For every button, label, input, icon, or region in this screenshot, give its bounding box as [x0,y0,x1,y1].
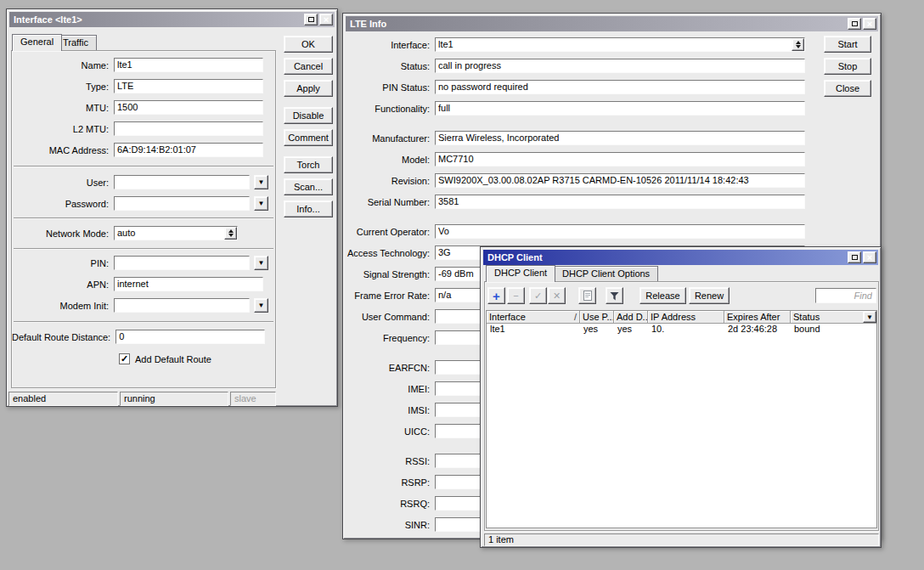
network-mode-row: Network Mode: auto [12,226,238,240]
down-arrow-icon: ▼ [866,313,873,321]
mtu-input[interactable]: 1500 [114,100,263,115]
maximize-button[interactable] [848,18,861,30]
modem-init-dropdown-button[interactable]: ▼ [254,298,268,313]
name-value: lte1 [117,59,132,70]
interface-combo[interactable]: lte1 [435,37,805,52]
mtu-label: MTU: [12,103,114,113]
pin-input[interactable] [114,256,250,270]
dhcp-client-titlebar[interactable]: DHCP Client × [483,250,878,265]
functionality-field[interactable]: full [435,101,805,116]
imei-label: IMEI: [346,384,435,394]
close-button[interactable]: × [863,18,876,30]
renew-button[interactable]: Renew [689,287,730,304]
status-field[interactable]: call in progress [435,59,805,73]
filter-icon [610,291,619,301]
close-icon: × [324,15,329,25]
password-dropdown-button[interactable]: ▼ [254,196,268,211]
maximize-button[interactable] [304,14,318,25]
l2mtu-input[interactable] [114,121,263,136]
table-row[interactable]: lte1 yes yes 10. 2d 23:46:28 bound [487,324,876,335]
separator [14,217,273,219]
disable-button[interactable]: ✕ [548,287,566,304]
model-field[interactable]: MC7710 [435,152,805,166]
default-route-distance-input[interactable]: 0 [116,330,265,344]
scan-button[interactable]: Scan... [284,178,333,195]
torch-button[interactable]: Torch [284,156,333,173]
remove-button[interactable]: − [507,287,525,304]
status-label: Status: [346,61,435,71]
functionality-label: Functionality: [346,104,435,114]
lte-info-titlebar[interactable]: LTE Info × [346,16,878,31]
interface-row: Interface: lte1 [346,37,805,52]
cross-icon: ✕ [553,291,561,302]
info-button[interactable]: Info... [284,200,333,217]
tab-general[interactable]: General [12,34,62,51]
down-arrow-icon: ▼ [258,260,265,267]
close-button[interactable]: × [319,14,333,25]
password-input[interactable] [114,196,250,211]
revision-field[interactable]: SWI9200X_03.00.08.02AP R3715 CARMD-EN-10… [435,173,805,188]
stop-button[interactable]: Stop [824,58,871,75]
current-operator-label: Current Operator: [346,227,435,237]
find-input[interactable] [815,288,876,303]
interface-window-titlebar[interactable]: Interface <lte1> × [9,12,335,27]
user-input[interactable] [114,175,250,189]
network-mode-value: auto [117,228,135,238]
check-icon: ✓ [534,291,542,302]
column-header-use-peer[interactable]: Use P... [580,311,614,323]
rsrp-label: RSRP: [346,477,435,488]
cell-use-peer: yes [580,324,614,335]
combo-updown-button[interactable] [224,227,237,240]
maximize-button[interactable] [848,251,861,263]
type-input[interactable]: LTE [114,79,263,93]
signal-strength-label: Signal Strength: [346,269,435,279]
dhcp-table: Interface/ Use P... Add D... IP Address … [486,310,877,528]
user-dropdown-button[interactable]: ▼ [254,175,268,189]
cell-ip-address: 10. [648,324,724,335]
modem-init-input[interactable] [114,298,250,313]
pin-status-field[interactable]: no password required [435,80,805,94]
network-mode-combo[interactable]: auto [114,226,238,240]
column-select-button[interactable]: ▼ [863,311,876,323]
close-button[interactable]: × [863,251,876,263]
revision-label: Revision: [346,176,435,186]
apn-input[interactable]: internet [114,277,263,291]
tab-dhcp-client[interactable]: DHCP Client [486,265,555,282]
column-header-expires-after[interactable]: Expires After [724,311,791,323]
cell-interface: lte1 [487,324,580,335]
start-button[interactable]: Start [824,36,871,53]
comment-button[interactable]: Comment [284,129,333,146]
column-header-status[interactable]: Status [791,311,863,323]
mac-address-input[interactable]: 6A:D9:14:B2:01:07 [114,143,263,157]
down-arrow-icon: ▼ [258,200,265,207]
filter-button[interactable] [606,287,623,304]
column-header-interface[interactable]: Interface/ [487,311,580,323]
column-header-ip-address[interactable]: IP Address [648,311,724,323]
mtu-row: MTU: 1500 [12,100,263,115]
ok-button[interactable]: OK [284,36,333,53]
cancel-button[interactable]: Cancel [284,58,333,75]
restore-icon [852,21,858,26]
pin-dropdown-button[interactable]: ▼ [254,256,268,270]
cell-expires-after: 2d 23:46:28 [724,324,791,335]
release-button[interactable]: Release [639,287,686,304]
column-header-add-default[interactable]: Add D... [614,311,648,323]
combo-updown-button[interactable] [792,38,804,51]
enable-button[interactable]: ✓ [529,287,547,304]
current-operator-field[interactable]: Vo [435,224,805,239]
tab-dhcp-client-options[interactable]: DHCP Client Options [554,266,658,281]
close-window-button[interactable]: Close [824,80,871,97]
window-title: DHCP Client [487,252,543,262]
sinr-label: SINR: [346,520,435,530]
type-row: Type: LTE [12,79,263,93]
add-default-route-checkbox[interactable]: ✓ [119,353,130,364]
comment-button[interactable] [578,287,596,304]
disable-button[interactable]: Disable [284,107,333,124]
name-input[interactable]: lte1 [114,58,263,72]
serial-number-field[interactable]: 3581 [435,195,805,209]
apply-button[interactable]: Apply [284,80,333,97]
add-button[interactable]: + [487,287,505,304]
serial-number-row: Serial Number: 3581 [346,195,805,209]
apn-value: internet [117,279,149,289]
manufacturer-field[interactable]: Sierra Wireless, Incorporated [435,131,805,145]
